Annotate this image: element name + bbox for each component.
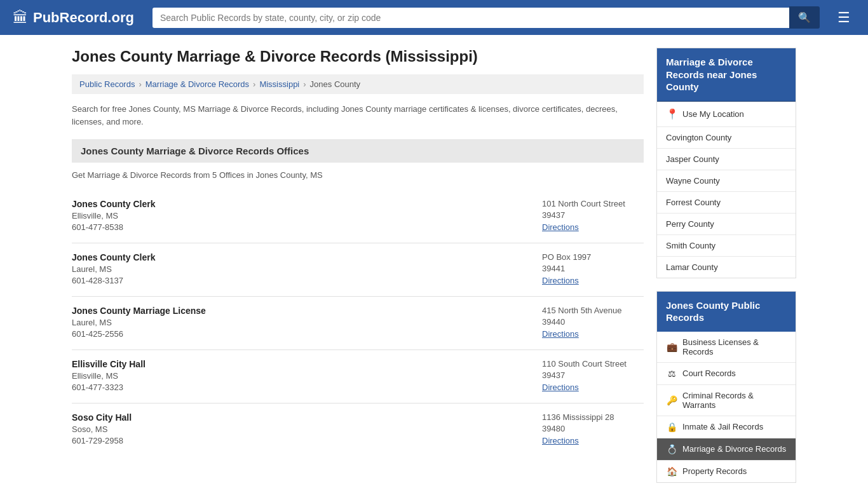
public-record-link[interactable]: 🔑 Criminal Records & Warrants <box>657 385 796 416</box>
search-button[interactable]: 🔍 <box>789 6 820 29</box>
nearby-county-link[interactable]: Covington County <box>657 127 796 148</box>
directions-link[interactable]: Directions <box>542 436 579 445</box>
nearby-counties-list: Covington CountyJasper CountyWayne Count… <box>657 127 796 278</box>
office-zip: 39441 <box>542 264 644 273</box>
public-record-item: 🔑 Criminal Records & Warrants <box>657 385 796 416</box>
breadcrumb-mississippi[interactable]: Mississippi <box>259 79 299 89</box>
directions-link[interactable]: Directions <box>542 329 579 339</box>
office-right: PO Box 1997 39441 Directions <box>517 252 644 287</box>
search-icon: 🔍 <box>798 12 811 23</box>
use-location-label: Use My Location <box>682 109 744 119</box>
record-label: Inmate & Jail Records <box>682 422 763 431</box>
record-icon: 🔒 <box>666 422 677 432</box>
record-icon: 💼 <box>666 342 677 352</box>
public-record-item: 💼 Business Licenses & Records <box>657 332 796 363</box>
record-icon: 🔑 <box>666 395 677 405</box>
main-content: Jones County Marriage & Divorce Records … <box>72 48 644 483</box>
office-street: 1136 Mississippi 28 <box>542 412 644 422</box>
office-entry: Jones County Clerk Laurel, MS 601-428-31… <box>72 243 644 297</box>
office-city: Ellisville, MS <box>72 371 517 381</box>
office-entry: Jones County Clerk Ellisville, MS 601-47… <box>72 190 644 243</box>
search-input[interactable] <box>153 8 789 28</box>
site-logo[interactable]: 🏛 PubRecord.org <box>13 9 140 27</box>
breadcrumb-public-records[interactable]: Public Records <box>79 79 135 89</box>
nearby-county-item: Covington County <box>657 127 796 149</box>
office-phone: 601-477-3323 <box>72 383 517 392</box>
directions-link[interactable]: Directions <box>542 276 579 285</box>
nearby-county-item: Jasper County <box>657 149 796 170</box>
logo-text: PubRecord.org <box>33 10 134 26</box>
nearby-section: Marriage & Divorce Records near Jones Co… <box>656 48 796 278</box>
office-street: 101 North Court Street <box>542 199 644 208</box>
nearby-county-item: Forrest County <box>657 192 796 214</box>
use-location-button[interactable]: 📍 Use My Location <box>657 102 796 127</box>
office-street: 415 North 5th Avenue <box>542 306 644 315</box>
office-name: Jones County Clerk <box>72 252 517 262</box>
nearby-county-link[interactable]: Smith County <box>657 235 796 256</box>
public-record-link[interactable]: 🏠 Property Records <box>657 461 796 482</box>
breadcrumb: Public Records › Marriage & Divorce Reco… <box>72 74 644 94</box>
breadcrumb-sep-2: › <box>253 79 255 89</box>
public-records-section: Jones County Public Records 💼 Business L… <box>656 291 796 483</box>
public-records-section-title: Jones County Public Records <box>657 292 796 332</box>
site-header: 🏛 PubRecord.org 🔍 ☰ <box>0 0 868 35</box>
location-pin-icon: 📍 <box>666 108 679 120</box>
office-phone: 601-729-2958 <box>72 436 517 445</box>
office-city: Laurel, MS <box>72 318 517 327</box>
office-entry: Ellisville City Hall Ellisville, MS 601-… <box>72 350 644 403</box>
nearby-county-link[interactable]: Perry County <box>657 214 796 234</box>
offices-sub-desc: Get Marriage & Divorce Records from 5 Of… <box>72 170 644 180</box>
public-record-item: 💍 Marriage & Divorce Records <box>657 438 796 461</box>
office-right: 110 South Court Street 39437 Directions <box>517 359 644 394</box>
public-record-link[interactable]: ⚖ Court Records <box>657 363 796 384</box>
record-icon: ⚖ <box>666 369 677 379</box>
offices-list: Jones County Clerk Ellisville, MS 601-47… <box>72 190 644 456</box>
record-label: Criminal Records & Warrants <box>682 391 787 410</box>
record-label: Business Licenses & Records <box>682 337 787 356</box>
nearby-county-item: Lamar County <box>657 257 796 278</box>
office-right: 415 North 5th Avenue 39440 Directions <box>517 306 644 341</box>
public-record-link[interactable]: 🔒 Inmate & Jail Records <box>657 416 796 438</box>
office-left: Jones County Clerk Ellisville, MS 601-47… <box>72 199 517 234</box>
office-zip: 39440 <box>542 317 644 327</box>
nearby-county-link[interactable]: Wayne County <box>657 170 796 191</box>
breadcrumb-sep-1: › <box>139 79 141 89</box>
office-zip: 39437 <box>542 370 644 380</box>
record-icon: 🏠 <box>666 466 677 477</box>
search-bar: 🔍 <box>153 6 820 29</box>
office-name: Ellisville City Hall <box>72 359 517 369</box>
record-label: Marriage & Divorce Records <box>682 444 786 454</box>
nearby-county-link[interactable]: Lamar County <box>657 257 796 278</box>
sidebar: Marriage & Divorce Records near Jones Co… <box>656 48 796 483</box>
directions-link[interactable]: Directions <box>542 222 579 232</box>
nearby-county-item: Wayne County <box>657 170 796 192</box>
public-record-link[interactable]: 💍 Marriage & Divorce Records <box>657 438 796 460</box>
office-name: Jones County Marriage License <box>72 306 517 316</box>
office-right: 1136 Mississippi 28 39480 Directions <box>517 412 644 447</box>
breadcrumb-marriage-records[interactable]: Marriage & Divorce Records <box>146 79 249 89</box>
nearby-county-link[interactable]: Forrest County <box>657 192 796 213</box>
menu-button[interactable]: ☰ <box>832 7 855 29</box>
office-zip: 39437 <box>542 210 644 220</box>
office-city: Laurel, MS <box>72 264 517 274</box>
office-phone: 601-428-3137 <box>72 276 517 285</box>
public-record-item: 🏠 Property Records <box>657 461 796 482</box>
nearby-county-item: Smith County <box>657 235 796 257</box>
public-record-link[interactable]: 💼 Business Licenses & Records <box>657 332 796 362</box>
office-right: 101 North Court Street 39437 Directions <box>517 199 644 234</box>
office-name: Soso City Hall <box>72 412 517 423</box>
nearby-section-title: Marriage & Divorce Records near Jones Co… <box>657 48 796 102</box>
office-phone: 601-477-8538 <box>72 222 517 232</box>
offices-section-header: Jones County Marriage & Divorce Records … <box>72 139 644 163</box>
office-city: Ellisville, MS <box>72 211 517 220</box>
directions-link[interactable]: Directions <box>542 383 579 392</box>
public-records-list: 💼 Business Licenses & Records ⚖ Court Re… <box>657 332 796 482</box>
nearby-county-link[interactable]: Jasper County <box>657 149 796 170</box>
breadcrumb-sep-3: › <box>303 79 306 89</box>
breadcrumb-current: Jones County <box>310 79 361 89</box>
page-description: Search for free Jones County, MS Marriag… <box>72 103 644 128</box>
office-street: PO Box 1997 <box>542 252 644 262</box>
page-title: Jones County Marriage & Divorce Records … <box>72 48 644 65</box>
record-label: Court Records <box>682 369 736 378</box>
office-street: 110 South Court Street <box>542 359 644 369</box>
